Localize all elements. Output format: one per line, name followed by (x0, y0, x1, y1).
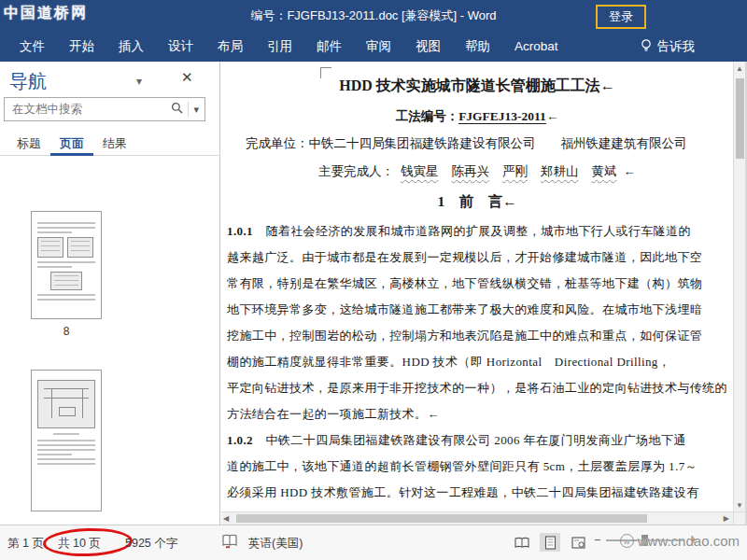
document-text-line: 方法结合在一起的一项施工新技术。← (227, 401, 733, 427)
document-text-line: 地下环境异常多变，这给城市隧道施工都带来了极大的难度和风险。在城市地下浅埋暗 (227, 297, 733, 323)
ribbon-tab-bar: 文件开始插入设计布局引用邮件审阅视图帮助Acrobat 告诉我 (0, 31, 747, 62)
thumbnail-figure (50, 272, 82, 290)
read-mode-icon[interactable] (512, 533, 532, 552)
ribbon-tab[interactable]: 文件 (7, 31, 57, 62)
ribbon-tab[interactable]: 视图 (403, 31, 453, 62)
thumbnail-diagram (37, 380, 95, 428)
web-layout-icon[interactable] (568, 533, 588, 552)
status-bar: 第 1 页 共 10 页 5925 个字 英语(美国) − + w www.cn… (0, 525, 747, 560)
author-name: 郑耕山 (541, 164, 579, 178)
watermark-bottom: w www.cndao.com (620, 533, 740, 549)
document-authors-line: 主要完成人：钱寅星陈再兴严刚郑耕山黄斌← (221, 163, 733, 180)
vertical-scrollbar[interactable]: ▲ ▼ (733, 62, 745, 511)
view-switcher (512, 533, 588, 552)
document-code-value: FJGFEJ13-2011 (458, 109, 546, 123)
author-name: 黄斌 (592, 164, 617, 178)
document-body: 1.0.1 随着社会经济的发展和城市道路网的扩展及调整，城市地下行人或行车隧道的… (227, 218, 733, 511)
tell-me-box[interactable]: 告诉我 (640, 38, 696, 55)
paragraph-1-0-2: 1.0.2 中铁二十四局集团福建铁路建设有限公司 2006 年在厦门明发商业广场… (227, 427, 733, 511)
document-text-line: 必须采用 HDD 技术敷管施工。针对这一工程难题，中铁二十四局集团福建铁路建设有 (227, 480, 733, 506)
document-text-line: 常有限，特别是在繁华城区，高楼林立，地下管线纵横交错，桩基等地下建（构）筑物 (227, 271, 733, 297)
document-text-line: 棚的施工精度就显得非常重要。HDD 技术（即 Horizontal Direct… (227, 349, 733, 375)
thumbnail-figure (37, 237, 63, 258)
document-search-input[interactable]: 在文档中搜索 ▾ (4, 97, 205, 121)
watermark-circle-icon: w (620, 534, 634, 548)
navigation-options-chevron-icon[interactable]: ▾ (136, 75, 142, 88)
document-text-line: 挖施工中，控制围岩的松动，控制塌方和地表沉陷是施工中的难点和重点，如何保证管 (227, 323, 733, 349)
proofing-status-icon[interactable] (221, 534, 238, 552)
ribbon-tab[interactable]: 开始 (57, 31, 106, 62)
annotation-red-circle (43, 526, 134, 557)
document-text-line: 道的施工中，该地下通道的超前长管棚钢管外壁间距只有 5cm，土层覆盖层厚为 1.… (227, 454, 733, 480)
horizontal-scrollbar[interactable]: ◀ ▶ (221, 511, 733, 525)
authors-label: 主要完成人： (318, 164, 394, 178)
document-text-line: 1.0.1 随着社会经济的发展和城市道路网的扩展及调整，城市地下行人或行车隧道的 (227, 218, 733, 245)
ribbon-tab[interactable]: 审阅 (354, 31, 403, 62)
print-layout-icon[interactable] (540, 533, 560, 552)
document-text-line: 1.0.2 中铁二十四局集团福建铁路建设有限公司 2006 年在厦门明发商业广场… (227, 427, 733, 454)
nav-tab[interactable]: 标题 (7, 131, 50, 156)
document-text-line: 平定向钻进技术，是原来用于非开挖技术的一种），是将石油工业的定向钻进技术与传统的 (227, 375, 733, 401)
ribbon-tab[interactable]: 帮助 (453, 31, 502, 62)
document-unit-line: 完成单位：中铁二十四局集团福建铁路建设有限公司 福州铁建建筑有限公司 (246, 135, 733, 152)
status-page-number[interactable]: 第 1 页 (7, 536, 44, 552)
document-title: HDD 技术实施城市隧道长管棚施工工法← (221, 77, 733, 96)
ribbon-tab[interactable]: 设计 (156, 31, 205, 62)
horizontal-scroll-thumb[interactable] (236, 514, 647, 523)
navigation-pane: 导航 ▾ ✕ 在文档中搜索 ▾ 标题页面结果 8 (0, 62, 220, 525)
search-divider (188, 102, 189, 117)
ribbon-tab[interactable]: Acrobat (502, 31, 571, 62)
document-code-line: 工法编号：FJGFEJ13-2011← (221, 108, 733, 125)
paragraph-1-0-1: 1.0.1 随着社会经济的发展和城市道路网的扩展及调整，城市地下行人或行车隧道的… (227, 218, 733, 427)
document-canvas[interactable]: HDD 技术实施城市隧道长管棚施工工法← 工法编号：FJGFEJ13-2011←… (221, 62, 733, 511)
ribbon-tabs: 文件开始插入设计布局引用邮件审阅视图帮助Acrobat (7, 31, 571, 62)
zoom-out-icon[interactable]: − (594, 534, 600, 547)
document-section-heading: 1 前 言← (221, 192, 733, 212)
nav-tab[interactable]: 结果 (93, 131, 136, 156)
sign-in-button[interactable]: 登录 (596, 5, 646, 29)
ribbon-tab[interactable]: 布局 (205, 31, 255, 62)
scroll-left-icon[interactable]: ◀ (223, 514, 229, 523)
search-icon[interactable] (171, 101, 183, 118)
nav-tab[interactable]: 页面 (50, 131, 93, 156)
navigation-pane-title: 导航 (9, 69, 47, 94)
ribbon-tab[interactable]: 邮件 (304, 31, 354, 62)
scroll-up-icon[interactable]: ▲ (734, 62, 745, 73)
page-thumbnail-9[interactable] (31, 370, 102, 511)
author-name: 钱寅星 (401, 164, 439, 178)
watermark-top: 中国道桥网 (4, 4, 88, 23)
title-bar: 编号：FJGFBJ13-2011.doc [兼容模式] - Word 登录 中国… (0, 0, 747, 31)
status-word-count[interactable]: 5925 个字 (125, 536, 177, 552)
lightbulb-icon (640, 38, 653, 55)
scroll-down-icon[interactable]: ▼ (734, 501, 745, 510)
search-placeholder: 在文档中搜索 (12, 102, 171, 118)
navigation-tabs: 标题页面结果 (0, 131, 220, 156)
author-name: 严刚 (502, 164, 528, 178)
page-thumbnail-8[interactable] (31, 211, 102, 319)
ribbon-tab[interactable]: 引用 (255, 31, 304, 62)
navigation-close-icon[interactable]: ✕ (181, 69, 193, 86)
author-name: 陈再兴 (452, 164, 490, 178)
page-thumbnail-number: 8 (31, 325, 102, 338)
scroll-right-icon[interactable]: ▶ (724, 514, 729, 523)
paragraph-mark: ← (624, 164, 637, 178)
thumbnail-figure (67, 237, 93, 258)
search-dropdown-chevron-icon[interactable]: ▾ (193, 104, 199, 116)
status-language[interactable]: 英语(美国) (248, 536, 303, 552)
vertical-scroll-thumb[interactable] (736, 78, 744, 159)
ribbon-tab[interactable]: 插入 (106, 31, 156, 62)
tell-me-label: 告诉我 (657, 38, 696, 55)
document-text-line: 越来越广泛。由于城市都是在发展到一定规模以后，才开始修建城市隧道，因此地下空 (227, 245, 733, 271)
scrollbar-corner (733, 511, 745, 525)
